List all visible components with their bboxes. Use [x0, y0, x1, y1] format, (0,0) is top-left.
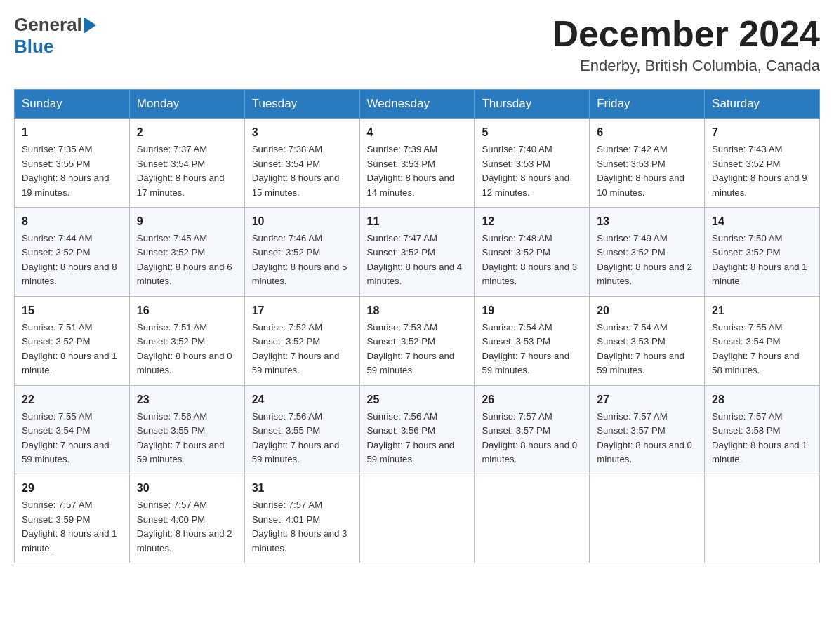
day-info: Sunrise: 7:57 AMSunset: 4:00 PMDaylight:…: [137, 499, 232, 553]
calendar-cell: 19Sunrise: 7:54 AMSunset: 3:53 PMDayligh…: [475, 296, 590, 385]
calendar-cell: 17Sunrise: 7:52 AMSunset: 3:52 PMDayligh…: [244, 296, 359, 385]
day-number: 13: [597, 213, 697, 230]
calendar-cell: 20Sunrise: 7:54 AMSunset: 3:53 PMDayligh…: [590, 296, 705, 385]
calendar-week-3: 15Sunrise: 7:51 AMSunset: 3:52 PMDayligh…: [15, 296, 820, 385]
location-title: Enderby, British Columbia, Canada: [552, 57, 820, 75]
calendar-cell: 27Sunrise: 7:57 AMSunset: 3:57 PMDayligh…: [590, 385, 705, 474]
calendar-cell: 6Sunrise: 7:42 AMSunset: 3:53 PMDaylight…: [590, 119, 705, 208]
day-info: Sunrise: 7:50 AMSunset: 3:52 PMDaylight:…: [712, 233, 807, 286]
calendar-cell: 4Sunrise: 7:39 AMSunset: 3:53 PMDaylight…: [359, 119, 475, 208]
calendar-cell: 30Sunrise: 7:57 AMSunset: 4:00 PMDayligh…: [129, 474, 244, 563]
day-info: Sunrise: 7:57 AMSunset: 3:58 PMDaylight:…: [712, 411, 807, 464]
day-number: 16: [137, 302, 237, 319]
calendar-cell: 24Sunrise: 7:56 AMSunset: 3:55 PMDayligh…: [244, 385, 359, 474]
day-info: Sunrise: 7:48 AMSunset: 3:52 PMDaylight:…: [482, 233, 577, 286]
calendar-cell: [705, 474, 820, 563]
day-number: 22: [22, 391, 122, 408]
calendar-cell: [475, 474, 590, 563]
month-title: December 2024: [552, 14, 820, 54]
day-number: 2: [137, 124, 237, 141]
day-info: Sunrise: 7:57 AMSunset: 3:57 PMDaylight:…: [597, 411, 692, 464]
calendar-cell: 1Sunrise: 7:35 AMSunset: 3:55 PMDaylight…: [15, 119, 130, 208]
calendar-cell: 25Sunrise: 7:56 AMSunset: 3:56 PMDayligh…: [359, 385, 475, 474]
calendar-cell: 11Sunrise: 7:47 AMSunset: 3:52 PMDayligh…: [359, 208, 475, 297]
calendar-cell: 29Sunrise: 7:57 AMSunset: 3:59 PMDayligh…: [15, 474, 130, 563]
day-number: 9: [137, 213, 237, 230]
calendar-cell: [359, 474, 475, 563]
day-number: 4: [367, 124, 468, 141]
day-info: Sunrise: 7:52 AMSunset: 3:52 PMDaylight:…: [252, 322, 340, 375]
calendar-cell: [590, 474, 705, 563]
calendar-cell: 9Sunrise: 7:45 AMSunset: 3:52 PMDaylight…: [129, 208, 244, 297]
day-info: Sunrise: 7:37 AMSunset: 3:54 PMDaylight:…: [137, 144, 225, 197]
logo-arrow-icon: [84, 17, 96, 34]
day-number: 17: [252, 302, 352, 319]
calendar-week-4: 22Sunrise: 7:55 AMSunset: 3:54 PMDayligh…: [15, 385, 820, 474]
day-info: Sunrise: 7:56 AMSunset: 3:55 PMDaylight:…: [137, 411, 225, 464]
day-number: 19: [482, 302, 582, 319]
day-info: Sunrise: 7:56 AMSunset: 3:56 PMDaylight:…: [367, 411, 455, 464]
header-day-friday: Friday: [590, 90, 705, 119]
calendar-cell: 23Sunrise: 7:56 AMSunset: 3:55 PMDayligh…: [129, 385, 244, 474]
calendar-cell: 31Sunrise: 7:57 AMSunset: 4:01 PMDayligh…: [244, 474, 359, 563]
day-number: 3: [252, 124, 352, 141]
day-number: 8: [22, 213, 122, 230]
calendar-cell: 14Sunrise: 7:50 AMSunset: 3:52 PMDayligh…: [705, 208, 820, 297]
header-day-monday: Monday: [129, 90, 244, 119]
calendar-cell: 7Sunrise: 7:43 AMSunset: 3:52 PMDaylight…: [705, 119, 820, 208]
day-info: Sunrise: 7:46 AMSunset: 3:52 PMDaylight:…: [252, 233, 348, 286]
day-info: Sunrise: 7:54 AMSunset: 3:53 PMDaylight:…: [597, 322, 684, 375]
title-area: December 2024 Enderby, British Columbia,…: [552, 14, 820, 75]
calendar-cell: 8Sunrise: 7:44 AMSunset: 3:52 PMDaylight…: [15, 208, 130, 297]
calendar-cell: 21Sunrise: 7:55 AMSunset: 3:54 PMDayligh…: [705, 296, 820, 385]
header-day-tuesday: Tuesday: [244, 90, 359, 119]
day-number: 26: [482, 391, 582, 408]
calendar-cell: 16Sunrise: 7:51 AMSunset: 3:52 PMDayligh…: [129, 296, 244, 385]
header: General Blue December 2024 Enderby, Brit…: [14, 14, 820, 75]
day-info: Sunrise: 7:47 AMSunset: 3:52 PMDaylight:…: [367, 233, 463, 286]
day-info: Sunrise: 7:44 AMSunset: 3:52 PMDaylight:…: [22, 233, 117, 286]
logo: General Blue: [14, 14, 96, 58]
day-number: 6: [597, 124, 697, 141]
day-number: 7: [712, 124, 812, 141]
day-info: Sunrise: 7:45 AMSunset: 3:52 PMDaylight:…: [137, 233, 232, 286]
day-info: Sunrise: 7:53 AMSunset: 3:52 PMDaylight:…: [367, 322, 455, 375]
calendar-cell: 3Sunrise: 7:38 AMSunset: 3:54 PMDaylight…: [244, 119, 359, 208]
header-day-thursday: Thursday: [475, 90, 590, 119]
day-number: 12: [482, 213, 582, 230]
day-number: 29: [22, 480, 122, 497]
day-number: 25: [367, 391, 468, 408]
day-info: Sunrise: 7:42 AMSunset: 3:53 PMDaylight:…: [597, 144, 684, 197]
logo-blue-text: Blue: [14, 36, 53, 58]
day-info: Sunrise: 7:55 AMSunset: 3:54 PMDaylight:…: [22, 411, 110, 464]
day-number: 1: [22, 124, 122, 141]
day-number: 24: [252, 391, 352, 408]
calendar-cell: 5Sunrise: 7:40 AMSunset: 3:53 PMDaylight…: [475, 119, 590, 208]
day-info: Sunrise: 7:56 AMSunset: 3:55 PMDaylight:…: [252, 411, 340, 464]
calendar-cell: 22Sunrise: 7:55 AMSunset: 3:54 PMDayligh…: [15, 385, 130, 474]
day-info: Sunrise: 7:57 AMSunset: 4:01 PMDaylight:…: [252, 499, 348, 553]
day-info: Sunrise: 7:54 AMSunset: 3:53 PMDaylight:…: [482, 322, 569, 375]
logo-general-text: General: [14, 14, 82, 36]
day-number: 11: [367, 213, 468, 230]
day-info: Sunrise: 7:51 AMSunset: 3:52 PMDaylight:…: [22, 322, 117, 375]
day-number: 10: [252, 213, 352, 230]
calendar-cell: 13Sunrise: 7:49 AMSunset: 3:52 PMDayligh…: [590, 208, 705, 297]
day-info: Sunrise: 7:55 AMSunset: 3:54 PMDaylight:…: [712, 322, 800, 375]
calendar-cell: 26Sunrise: 7:57 AMSunset: 3:57 PMDayligh…: [475, 385, 590, 474]
day-number: 30: [137, 480, 237, 497]
day-number: 21: [712, 302, 812, 319]
day-info: Sunrise: 7:43 AMSunset: 3:52 PMDaylight:…: [712, 144, 807, 197]
day-number: 14: [712, 213, 812, 230]
calendar-cell: 18Sunrise: 7:53 AMSunset: 3:52 PMDayligh…: [359, 296, 475, 385]
calendar-table: SundayMondayTuesdayWednesdayThursdayFrid…: [14, 89, 820, 563]
calendar-cell: 28Sunrise: 7:57 AMSunset: 3:58 PMDayligh…: [705, 385, 820, 474]
day-info: Sunrise: 7:57 AMSunset: 3:59 PMDaylight:…: [22, 499, 117, 553]
calendar-week-5: 29Sunrise: 7:57 AMSunset: 3:59 PMDayligh…: [15, 474, 820, 563]
day-info: Sunrise: 7:38 AMSunset: 3:54 PMDaylight:…: [252, 144, 340, 197]
header-day-wednesday: Wednesday: [359, 90, 475, 119]
day-info: Sunrise: 7:40 AMSunset: 3:53 PMDaylight:…: [482, 144, 569, 197]
day-number: 27: [597, 391, 697, 408]
day-info: Sunrise: 7:49 AMSunset: 3:52 PMDaylight:…: [597, 233, 692, 286]
calendar-cell: 12Sunrise: 7:48 AMSunset: 3:52 PMDayligh…: [475, 208, 590, 297]
